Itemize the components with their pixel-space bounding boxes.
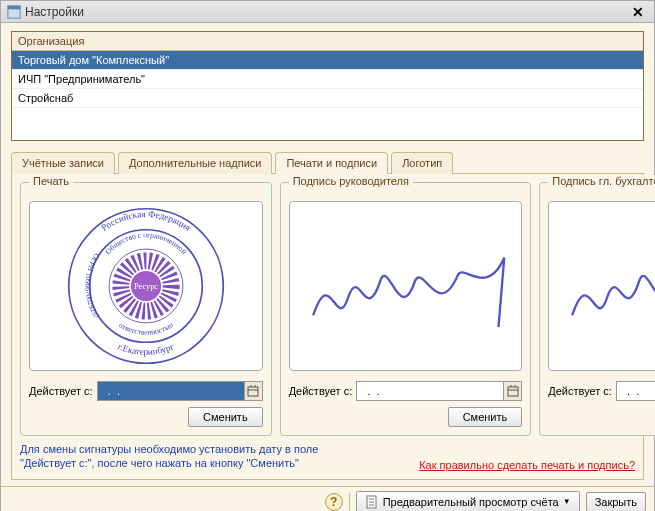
hint-text: Для смены сигнатуры необходимо установит… xyxy=(20,442,340,471)
director-date-row: Действует с: xyxy=(289,381,523,401)
director-signature-group: Подпись руководителя Действует с: xyxy=(280,182,532,436)
signature-groups: Печать xyxy=(20,182,635,436)
tab-strip: Учётные записи Дополнительные надписи Пе… xyxy=(11,151,644,174)
hint-link[interactable]: Как правильно сделать печать и подпись? xyxy=(419,459,635,471)
window-title: Настройки xyxy=(25,5,628,19)
director-valid-label: Действует с: xyxy=(289,385,353,397)
signature-svg xyxy=(290,217,522,356)
director-signature-image[interactable] xyxy=(289,201,523,371)
director-change-button[interactable]: Сменить xyxy=(448,407,523,427)
signature-svg xyxy=(549,217,655,356)
calendar-icon[interactable] xyxy=(503,382,521,400)
organization-header: Организация xyxy=(12,32,643,51)
stamp-date-wrap xyxy=(97,381,263,401)
svg-rect-1 xyxy=(8,5,20,9)
content-area: Организация Торговый дом "Комплексный" И… xyxy=(1,23,654,486)
director-btn-row: Сменить xyxy=(289,407,523,427)
svg-text:Ресурс: Ресурс xyxy=(134,282,158,291)
bottom-bar: ? Предварительный просмотр счёта ▼ Закры… xyxy=(1,486,654,511)
accountant-date-wrap xyxy=(616,381,655,401)
stamp-date-row: Действует с: xyxy=(29,381,263,401)
accountant-signature-image[interactable] xyxy=(548,201,655,371)
preview-invoice-button[interactable]: Предварительный просмотр счёта ▼ xyxy=(356,491,580,511)
accountant-legend: Подпись гл. бухгалтера xyxy=(548,175,655,187)
stamp-btn-row: Сменить xyxy=(29,407,263,427)
accountant-date-row: Действует с: xyxy=(548,381,655,401)
director-date-input[interactable] xyxy=(357,382,503,400)
stamp-valid-label: Действует с: xyxy=(29,385,93,397)
organization-row[interactable]: Торговый дом "Комплексный" xyxy=(12,51,643,70)
svg-rect-17 xyxy=(508,387,518,396)
chevron-down-icon: ▼ xyxy=(563,497,571,506)
accountant-date-input[interactable] xyxy=(617,382,655,400)
stamp-image[interactable]: Российская Федерация г.Екатеринбург Обще… xyxy=(29,201,263,371)
organization-row[interactable]: ИЧП "Предприниматель" xyxy=(12,70,643,89)
separator xyxy=(349,493,350,511)
calendar-icon[interactable] xyxy=(244,382,262,400)
title-bar: Настройки ✕ xyxy=(1,1,654,23)
tab-panel: Печать xyxy=(11,174,644,480)
svg-text:г.Екатеринбург: г.Екатеринбург xyxy=(116,341,175,357)
tab-stamps-and-signatures[interactable]: Печати и подписи xyxy=(275,152,388,174)
window-icon xyxy=(7,5,21,19)
director-legend: Подпись руководителя xyxy=(289,175,413,187)
tab-accounts[interactable]: Учётные записи xyxy=(11,152,115,174)
stamp-group: Печать xyxy=(20,182,272,436)
preview-label: Предварительный просмотр счёта xyxy=(383,496,559,508)
organization-row[interactable]: Стройснаб xyxy=(12,89,643,108)
accountant-btn-row: Сменить xyxy=(548,407,655,427)
stamp-legend: Печать xyxy=(29,175,73,187)
accountant-valid-label: Действует с: xyxy=(548,385,612,397)
stamp-date-input[interactable] xyxy=(98,382,244,400)
help-icon[interactable]: ? xyxy=(325,493,343,511)
close-icon[interactable]: ✕ xyxy=(628,4,648,20)
tab-logo[interactable]: Логотип xyxy=(391,152,453,174)
close-label: Закрыть xyxy=(595,496,637,508)
document-icon xyxy=(365,495,379,509)
director-date-wrap xyxy=(356,381,522,401)
footer-hints: Для смены сигнатуры необходимо установит… xyxy=(20,442,635,471)
svg-text:ОГРН 1096670029257: ОГРН 1096670029257 xyxy=(83,252,101,321)
close-button[interactable]: Закрыть xyxy=(586,492,646,511)
stamp-svg: Российская Федерация г.Екатеринбург Обще… xyxy=(62,202,230,370)
accountant-signature-group: Подпись гл. бухгалтера Действует с: xyxy=(539,182,655,436)
organization-table: Организация Торговый дом "Комплексный" И… xyxy=(11,31,644,141)
svg-text:Общество с ограниченной: Общество с ограниченной xyxy=(103,230,188,256)
settings-window: Настройки ✕ Организация Торговый дом "Ко… xyxy=(0,0,655,511)
tab-additional-inscriptions[interactable]: Дополнительные надписи xyxy=(118,152,273,174)
stamp-change-button[interactable]: Сменить xyxy=(188,407,263,427)
svg-rect-13 xyxy=(248,387,258,396)
